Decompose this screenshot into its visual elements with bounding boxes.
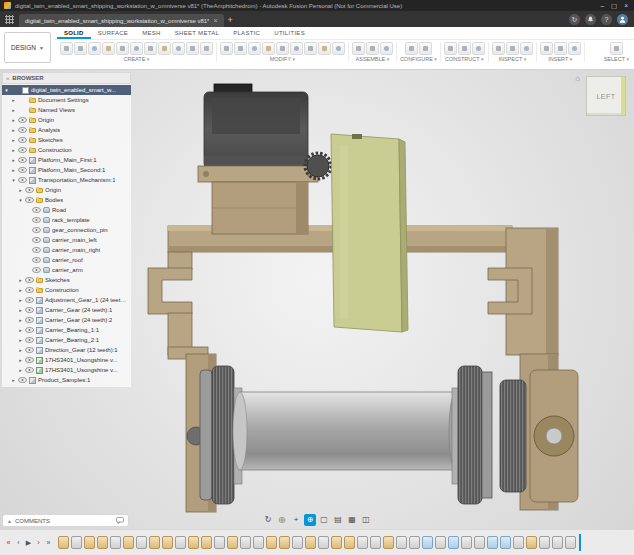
visibility-eye-icon[interactable] — [32, 217, 41, 223]
tool-icon[interactable] — [290, 42, 303, 55]
help-icon[interactable]: ? — [601, 14, 612, 25]
browser-item[interactable]: ▸Adjustment_Gear_1 (24 teeth):1 — [2, 295, 131, 305]
tool-icon[interactable] — [102, 42, 115, 55]
browser-item[interactable]: ▸Construction — [2, 145, 131, 155]
timeline-feature-icon[interactable] — [318, 536, 329, 549]
tool-icon[interactable] — [116, 42, 129, 55]
browser-item[interactable]: ▸Product_Samples:1 — [2, 375, 131, 385]
timeline-feature-icon[interactable] — [253, 536, 264, 549]
expand-arrow-icon[interactable]: ▸ — [11, 117, 16, 123]
stepper-motor-top[interactable] — [198, 84, 318, 234]
expand-arrow-icon[interactable]: ▸ — [18, 367, 23, 373]
play-button[interactable]: ▶ — [24, 539, 33, 547]
tool-icon[interactable] — [568, 42, 581, 55]
expand-arrow-icon[interactable]: ▸ — [11, 127, 16, 133]
go-to-start-button[interactable]: « — [4, 539, 13, 546]
viewcube-face-label[interactable]: LEFT — [596, 93, 615, 100]
tool-icon[interactable] — [610, 42, 623, 55]
expand-arrow-icon[interactable]: ▸ — [18, 337, 23, 343]
browser-item[interactable]: carrier_main_left — [2, 235, 131, 245]
step-forward-button[interactable]: › — [34, 539, 43, 546]
tool-icon[interactable] — [492, 42, 505, 55]
browser-item[interactable]: ▸Construction — [2, 285, 131, 295]
timeline-feature-icon[interactable] — [97, 536, 108, 549]
timeline-feature-icon[interactable] — [84, 536, 95, 549]
comments-bar[interactable]: ▲ COMMENTS — [2, 514, 129, 527]
step-back-button[interactable]: ‹ — [14, 539, 23, 546]
workspace-switcher[interactable]: DESIGN ▼ — [4, 32, 51, 63]
visibility-eye-icon[interactable] — [18, 177, 27, 183]
visibility-eye-icon[interactable] — [18, 157, 27, 163]
timeline-feature-icon[interactable] — [58, 536, 69, 549]
timeline-feature-icon[interactable] — [565, 536, 576, 549]
expand-arrow-icon[interactable]: ▸ — [18, 287, 23, 293]
expand-arrow-icon[interactable]: ▸ — [11, 137, 16, 143]
timeline-feature-icon[interactable] — [526, 536, 537, 549]
home-view-icon[interactable]: ⌂ — [575, 74, 580, 83]
expand-arrow-icon[interactable]: ▸ — [11, 147, 16, 153]
tab-solid[interactable]: SOLID — [57, 27, 91, 39]
expand-arrow-icon[interactable]: ▸ — [18, 187, 23, 193]
visibility-eye-icon[interactable] — [25, 317, 34, 323]
tool-icon[interactable] — [380, 42, 393, 55]
expand-arrow-icon[interactable]: ▸ — [11, 107, 16, 113]
group-dropdown-label[interactable]: ASSEMBLE — [356, 56, 390, 62]
timeline-feature-icon[interactable] — [123, 536, 134, 549]
tab-surface[interactable]: SURFACE — [91, 27, 135, 39]
browser-item[interactable]: ▸Platform_Main_Second:1 — [2, 165, 131, 175]
tool-icon[interactable] — [332, 42, 345, 55]
tool-icon[interactable] — [554, 42, 567, 55]
timeline-feature-icon[interactable] — [539, 536, 550, 549]
expand-arrow-icon[interactable]: ▸ — [18, 277, 23, 283]
browser-item[interactable]: ▸Platform_Main_First:1 — [2, 155, 131, 165]
visibility-eye-icon[interactable] — [25, 187, 34, 193]
timeline-playhead[interactable] — [579, 534, 581, 551]
timeline-feature-icon[interactable] — [279, 536, 290, 549]
visibility-eye-icon[interactable] — [25, 337, 34, 343]
tab-utilities[interactable]: UTILITIES — [267, 27, 312, 39]
group-dropdown-label[interactable]: MODIFY — [270, 56, 295, 62]
minimize-button[interactable]: – — [600, 2, 604, 10]
stepper-motor-right[interactable] — [530, 370, 578, 502]
document-tab[interactable]: digital_twin_enabled_smart_shipping_work… — [19, 14, 224, 27]
browser-item[interactable]: ▸Named Views — [2, 105, 131, 115]
roller-assembly[interactable] — [187, 366, 526, 504]
app-grid-icon[interactable] — [5, 15, 14, 24]
go-to-end-button[interactable]: » — [44, 539, 53, 546]
tool-icon[interactable] — [186, 42, 199, 55]
visibility-eye-icon[interactable] — [25, 197, 34, 203]
collapse-panel-icon[interactable]: « — [6, 75, 9, 81]
visibility-eye-icon[interactable] — [25, 277, 34, 283]
timeline-feature-icon[interactable] — [513, 536, 524, 549]
timeline-feature-icon[interactable] — [422, 536, 433, 549]
tool-icon[interactable] — [158, 42, 171, 55]
timeline-feature-icon[interactable] — [188, 536, 199, 549]
expand-arrow-icon[interactable]: ▾ — [11, 177, 16, 183]
timeline-feature-icon[interactable] — [396, 536, 407, 549]
tool-icon[interactable] — [200, 42, 213, 55]
visibility-eye-icon[interactable] — [25, 297, 34, 303]
browser-item[interactable]: ▸Analysis — [2, 125, 131, 135]
browser-item[interactable]: ▸Carrier_Gear (24 teeth):1 — [2, 305, 131, 315]
visibility-eye-icon[interactable] — [25, 347, 34, 353]
expand-arrow-icon[interactable]: ▸ — [18, 297, 23, 303]
tool-icon[interactable] — [419, 42, 432, 55]
browser-item[interactable]: ▸Carrier_Bearing_1:1 — [2, 325, 131, 335]
tool-icon[interactable] — [276, 42, 289, 55]
maximize-button[interactable]: ▢ — [611, 2, 617, 10]
new-tab-button[interactable]: + — [228, 15, 233, 25]
visibility-eye-icon[interactable] — [18, 117, 27, 123]
browser-item[interactable]: ▾Transportation_Mechanism:1 — [2, 175, 131, 185]
tool-icon[interactable] — [88, 42, 101, 55]
tool-icon[interactable] — [234, 42, 247, 55]
browser-item[interactable]: ▸Origin — [2, 185, 131, 195]
notifications-icon[interactable] — [585, 14, 596, 25]
timeline-feature-icon[interactable] — [136, 536, 147, 549]
timeline-feature-icon[interactable] — [461, 536, 472, 549]
visibility-eye-icon[interactable] — [25, 307, 34, 313]
timeline-feature-icon[interactable] — [331, 536, 342, 549]
timeline-feature-icon[interactable] — [370, 536, 381, 549]
model-canvas[interactable]: « BROWSER ▾digital_twin_enabled_smart_w.… — [0, 70, 634, 529]
tab-plastic[interactable]: PLASTIC — [226, 27, 267, 39]
timeline-feature-icon[interactable] — [383, 536, 394, 549]
